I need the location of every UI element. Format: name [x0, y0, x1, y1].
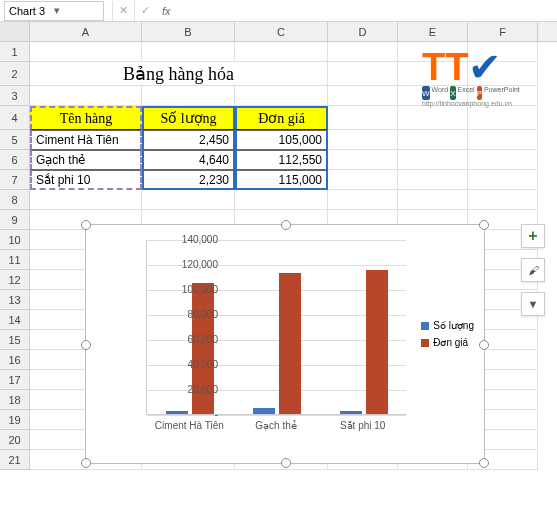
cell[interactable] — [328, 86, 398, 106]
cell[interactable] — [398, 170, 468, 190]
cell[interactable] — [468, 190, 538, 210]
cell[interactable] — [328, 62, 398, 86]
chart-bar[interactable] — [279, 273, 301, 414]
column-header-c[interactable]: C — [235, 22, 328, 41]
column-header-b[interactable]: B — [142, 22, 235, 41]
cell[interactable] — [468, 130, 538, 150]
table-header-price[interactable]: Đơn giá — [235, 106, 328, 130]
row-header[interactable]: 20 — [0, 430, 30, 450]
cell[interactable] — [142, 86, 235, 106]
cell[interactable] — [30, 42, 142, 62]
fx-label[interactable]: fx — [156, 5, 177, 17]
table-cell[interactable]: 2,230 — [142, 170, 235, 190]
resize-handle[interactable] — [479, 458, 489, 468]
table-cell[interactable]: Ciment Hà Tiên — [30, 130, 142, 150]
legend-swatch-icon — [421, 322, 429, 330]
chevron-down-icon[interactable]: ▾ — [54, 4, 99, 17]
cell[interactable] — [468, 150, 538, 170]
chart-filter-button[interactable]: ▼ — [521, 292, 545, 316]
row-header[interactable]: 10 — [0, 230, 30, 250]
table-cell[interactable]: 4,640 — [142, 150, 235, 170]
row-header[interactable]: 15 — [0, 330, 30, 350]
resize-handle[interactable] — [281, 458, 291, 468]
table-cell[interactable]: Sắt phi 10 — [30, 170, 142, 190]
row-header[interactable]: 2 — [0, 62, 30, 86]
name-box-text: Chart 3 — [9, 5, 54, 17]
row-header[interactable]: 21 — [0, 450, 30, 470]
cell[interactable] — [398, 106, 468, 130]
formula-bar: Chart 3 ▾ ✕ ✓ fx — [0, 0, 557, 22]
row-header[interactable]: 13 — [0, 290, 30, 310]
brush-icon: 🖌 — [528, 264, 539, 276]
chart-styles-button[interactable]: 🖌 — [521, 258, 545, 282]
row-header[interactable]: 5 — [0, 130, 30, 150]
column-header-a[interactable]: A — [30, 22, 142, 41]
chart-legend[interactable]: Số lượng Đơn giá — [421, 320, 474, 354]
row-header[interactable]: 14 — [0, 310, 30, 330]
row-header[interactable]: 11 — [0, 250, 30, 270]
row-header[interactable]: 7 — [0, 170, 30, 190]
name-box[interactable]: Chart 3 ▾ — [4, 1, 104, 21]
row-header[interactable]: 8 — [0, 190, 30, 210]
cell[interactable] — [30, 86, 142, 106]
cell[interactable] — [328, 106, 398, 130]
chart-elements-button[interactable]: + — [521, 224, 545, 248]
x-tick-label: Gạch thẻ — [241, 420, 311, 431]
logo-url: http://tinhocvanphong.edu.vn — [422, 100, 517, 107]
chart-bar[interactable] — [366, 270, 388, 414]
column-header-e[interactable]: E — [398, 22, 468, 41]
table-header-name[interactable]: Tên hàng — [30, 106, 142, 130]
resize-handle[interactable] — [81, 340, 91, 350]
row-header[interactable]: 12 — [0, 270, 30, 290]
cell[interactable] — [235, 86, 328, 106]
resize-handle[interactable] — [81, 220, 91, 230]
chart-bar[interactable] — [253, 408, 275, 414]
row-header[interactable]: 16 — [0, 350, 30, 370]
y-tick-label: 100,000 — [168, 284, 218, 295]
row-header[interactable]: 9 — [0, 210, 30, 230]
table-title[interactable]: Bảng hàng hóa — [30, 62, 328, 86]
cell[interactable] — [398, 190, 468, 210]
chart-bar[interactable] — [340, 411, 362, 414]
row-header[interactable]: 17 — [0, 370, 30, 390]
resize-handle[interactable] — [81, 458, 91, 468]
row-header[interactable]: 6 — [0, 150, 30, 170]
table-cell[interactable]: 112,550 — [235, 150, 328, 170]
column-header-f[interactable]: F — [468, 22, 538, 41]
embedded-chart[interactable]: Số lượng Đơn giá -20,00040,00060,00080,0… — [85, 224, 485, 464]
word-icon: W — [422, 86, 430, 100]
column-headers: A B C D E F — [0, 22, 557, 42]
cell[interactable] — [235, 190, 328, 210]
cell[interactable] — [328, 130, 398, 150]
formula-input[interactable] — [177, 1, 557, 21]
legend-label: Đơn giá — [433, 337, 468, 348]
resize-handle[interactable] — [479, 220, 489, 230]
legend-swatch-icon — [421, 339, 429, 347]
cell[interactable] — [142, 190, 235, 210]
cell[interactable] — [398, 150, 468, 170]
table-cell[interactable]: 115,000 — [235, 170, 328, 190]
cell[interactable] — [235, 42, 328, 62]
cell[interactable] — [468, 106, 538, 130]
table-cell[interactable]: 2,450 — [142, 130, 235, 150]
cell[interactable] — [30, 190, 142, 210]
cell[interactable] — [328, 150, 398, 170]
cell[interactable] — [398, 130, 468, 150]
select-all-corner[interactable] — [0, 22, 30, 41]
table-cell[interactable]: 105,000 — [235, 130, 328, 150]
cell[interactable] — [468, 170, 538, 190]
cell[interactable] — [328, 190, 398, 210]
row-header[interactable]: 4 — [0, 106, 30, 130]
cell[interactable] — [328, 42, 398, 62]
row-header[interactable]: 1 — [0, 42, 30, 62]
row-header[interactable]: 18 — [0, 390, 30, 410]
row-header[interactable]: 3 — [0, 86, 30, 106]
column-header-d[interactable]: D — [328, 22, 398, 41]
resize-handle[interactable] — [479, 340, 489, 350]
table-header-qty[interactable]: Số lượng — [142, 106, 235, 130]
table-cell[interactable]: Gạch thẻ — [30, 150, 142, 170]
row-header[interactable]: 19 — [0, 410, 30, 430]
cell[interactable] — [328, 170, 398, 190]
resize-handle[interactable] — [281, 220, 291, 230]
cell[interactable] — [142, 42, 235, 62]
